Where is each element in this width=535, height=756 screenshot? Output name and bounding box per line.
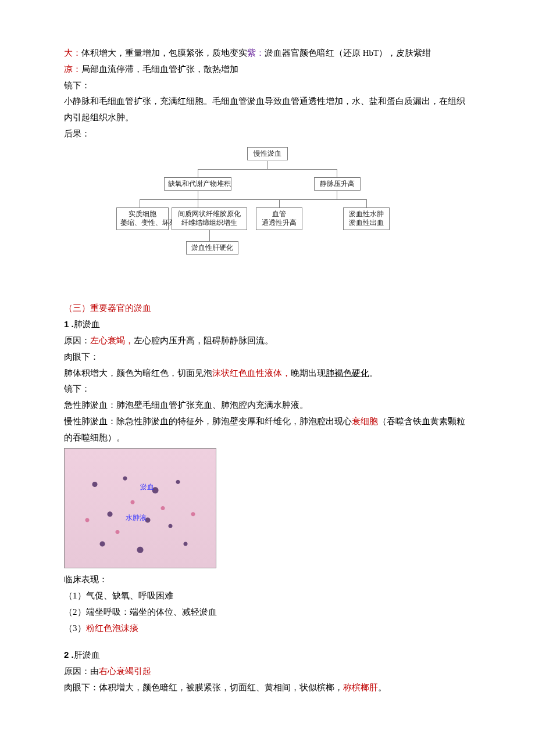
flowchart: 慢性淤血 缺氧和代谢产物堆积 静脉压升高 实质细胞 萎缩、变性、坏死 间质网状纤… <box>122 147 413 286</box>
gross-label: 肉眼下： <box>64 349 471 366</box>
micro-label: 镜下： <box>64 78 471 94</box>
cause-red: 左心衰竭， <box>90 336 134 345</box>
cause2-label: 原因：由 <box>64 667 99 676</box>
item-2-title: 肝淤血 <box>74 650 100 660</box>
item-1-heading: 1 .肺淤血 <box>64 316 471 333</box>
gross-b: 晚期出现 <box>291 368 326 378</box>
flow-l3d-box: 淤血性水肿 淤血性出血 <box>343 207 390 230</box>
flow-line <box>279 199 280 207</box>
flow-l3d-line2: 淤血性出血 <box>349 218 384 227</box>
flow-l3b-line2: 纤维结缔组织增生 <box>181 218 237 227</box>
micro2-a: 慢性肺淤血：除急性肺淤血的特征外，肺泡壁变厚和纤维化，肺泡腔出现心 <box>64 417 352 426</box>
flow-l3a-box: 实质细胞 萎缩、变性、坏死 <box>116 207 169 230</box>
flow-l3c-line1: 血管 <box>272 210 286 218</box>
flow-line <box>198 169 337 170</box>
flow-l3d-line1: 淤血性水肿 <box>349 210 384 218</box>
intro-line-2: 凉：局部血流停滞，毛细血管扩张，散热增加 <box>64 62 471 78</box>
flow-line <box>366 199 367 207</box>
flow-line <box>337 169 337 177</box>
intro-da-red: 大： <box>64 48 81 58</box>
flow-top-box: 慢性淤血 <box>247 147 288 161</box>
intro-line-1: 大：体积增大，重量增加，包膜紧张，质地变实紫：淤血器官颜色暗红（还原 HbT），… <box>64 45 471 62</box>
item-1-cause: 原因：左心衰竭，左心腔内压升高，阻碍肺静脉回流。 <box>64 333 471 349</box>
consequence-label: 后果： <box>64 126 471 142</box>
item-2-cause: 原因：由右心衰竭引起 <box>64 664 471 680</box>
item-2-gross: 肉眼下：体积增大，颜色暗红，被膜紧张，切面红、黄相间，状似槟榔，称槟榔肝。 <box>64 680 471 696</box>
histo-label-congestion: 淤血 <box>140 481 154 493</box>
gross-red: 沫状红色血性液体， <box>212 368 291 378</box>
clinical-3: （3）粉红色泡沫痰 <box>64 621 471 637</box>
flow-l3c-line2: 通透性升高 <box>262 218 297 227</box>
clinical-2: （2）端坐呼吸：端坐的体位、减轻淤血 <box>64 604 471 621</box>
flow-l2b-box: 静脉压升高 <box>314 177 361 191</box>
micro2-red: 衰细胞 <box>352 417 378 426</box>
document-page: 大：体积增大，重量增加，包膜紧张，质地变实紫：淤血器官颜色暗红（还原 HbT），… <box>0 0 535 756</box>
intro-liang-red: 凉： <box>64 65 81 74</box>
flow-line <box>209 230 210 241</box>
clinical-label: 临床表现： <box>64 572 471 588</box>
micro-chronic: 慢性肺淤血：除急性肺淤血的特征外，肺泡壁变厚和纤维化，肺泡腔出现心衰细胞（吞噬含… <box>64 414 471 446</box>
item-2-heading: 2 .肝淤血 <box>64 647 471 664</box>
flow-line <box>279 199 366 200</box>
flow-l3a-line1: 实质细胞 <box>129 210 156 218</box>
gross-a: 肺体积增大，颜色为暗红色，切面见泡 <box>64 368 212 378</box>
flow-line <box>267 161 268 169</box>
section-3-heading: （三）重要器官的淤血 <box>64 300 471 317</box>
flow-l2a-box: 缺氧和代谢产物堆积 <box>164 177 231 191</box>
micro-desc: 小静脉和毛细血管扩张，充满红细胞。毛细血管淤血导致血管通透性增加，水、盐和蛋白质… <box>64 94 471 126</box>
histo-label-edema: 水肿液 <box>126 511 147 524</box>
cause2-red: 右心衰竭引起 <box>99 667 151 676</box>
intro-zi-purple: 紫： <box>247 48 265 58</box>
clinical-3-a: （3） <box>64 624 86 633</box>
gross-c: 。 <box>369 368 378 378</box>
gross2-a: 体积增大，颜色暗红，被膜紧张，切面红、黄相间，状似槟榔， <box>99 683 343 692</box>
flow-line <box>198 199 198 207</box>
flow-l3a-line2: 萎缩、变性、坏死 <box>120 218 176 227</box>
cause-rest: 左心腔内压升高，阻碍肺静脉回流。 <box>134 336 273 345</box>
flow-l3b-box: 间质网状纤维胶原化 纤维结缔组织增生 <box>172 207 247 230</box>
flow-line <box>198 191 198 199</box>
item-2-num: 2 . <box>64 650 74 660</box>
clinical-1: （1）气促、缺氧、呼吸困难 <box>64 588 471 604</box>
item-1-num: 1 . <box>64 319 74 329</box>
cause-label: 原因： <box>64 336 90 345</box>
flow-line <box>256 199 279 200</box>
gross-desc: 肺体积增大，颜色为暗红色，切面见泡沫状红色血性液体，晚期出现肺褐色硬化。 <box>64 366 471 382</box>
micro-label-2: 镜下： <box>64 381 471 397</box>
flow-line <box>198 169 198 177</box>
flow-line <box>337 191 337 199</box>
flow-line <box>140 199 140 207</box>
intro-liang-text: 局部血流停滞，毛细血管扩张，散热增加 <box>81 65 238 74</box>
intro-da-text-a: 体积增大，重量增加，包膜紧张，质地变实 <box>81 48 247 58</box>
gross2-b: 。 <box>378 683 387 692</box>
item-1-title: 肺淤血 <box>74 320 100 329</box>
flow-bottom-box: 淤血性肝硬化 <box>186 241 238 255</box>
gross2-label: 肉眼下： <box>64 683 99 692</box>
flow-l3c-box: 血管 通透性升高 <box>256 207 302 230</box>
gross2-red: 称槟榔肝 <box>343 683 378 692</box>
clinical-3-red: 粉红色泡沫痰 <box>86 624 138 633</box>
flow-l3b-line1: 间质网状纤维胶原化 <box>178 210 241 218</box>
histology-image: 淤血 水肿液 <box>64 448 216 568</box>
intro-zi-text: 淤血器官颜色暗红（还原 HbT），皮肤紫绀 <box>265 48 431 58</box>
gross-underline: 肺褐色硬化 <box>326 368 369 378</box>
micro-acute: 急性肺淤血：肺泡壁毛细血管扩张充血、肺泡腔内充满水肿液。 <box>64 397 471 414</box>
